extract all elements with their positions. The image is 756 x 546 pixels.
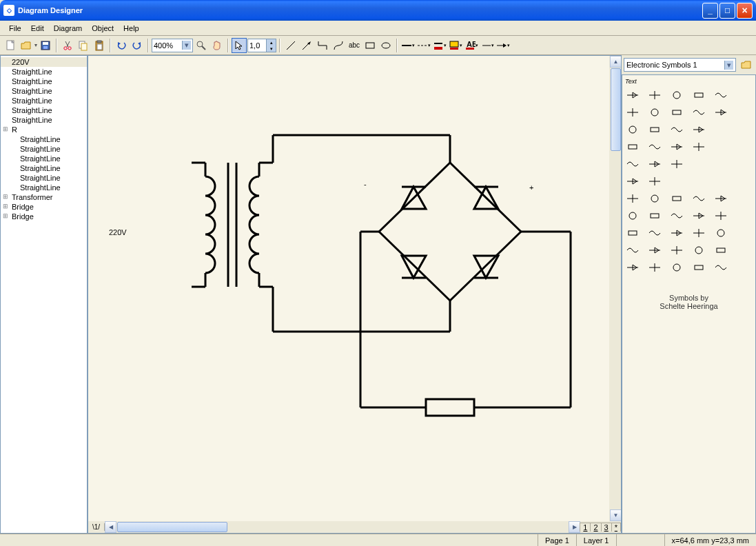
palette-symbol[interactable] (647, 123, 662, 136)
palette-symbol[interactable] (713, 192, 728, 205)
palette-symbol[interactable] (625, 89, 640, 101)
palette-symbol[interactable] (625, 227, 640, 239)
tree-item[interactable]: StraightLine (1, 96, 87, 105)
save-button[interactable] (38, 38, 53, 53)
palette-symbol[interactable] (691, 261, 706, 274)
close-button[interactable]: × (737, 3, 753, 19)
palette-symbol[interactable] (691, 141, 706, 153)
pointer-tool[interactable] (232, 38, 247, 53)
tree-item[interactable]: Bridge (1, 202, 87, 212)
tree-item[interactable]: StraightLine (1, 144, 87, 154)
palette-symbol[interactable] (647, 175, 662, 188)
line-dash-button[interactable]: ▾ (416, 38, 431, 53)
palette-symbol[interactable] (625, 192, 640, 205)
horizontal-scrollbar[interactable]: \1/ ◀ ▶ 1 2 3 * (88, 521, 621, 533)
copy-button[interactable] (76, 38, 91, 53)
connector-tool[interactable] (315, 38, 330, 53)
palette-symbol[interactable] (669, 210, 684, 222)
palette-symbol[interactable] (691, 106, 706, 119)
palette-symbol[interactable] (647, 261, 662, 274)
chevron-up-icon[interactable]: ▴ (267, 39, 276, 46)
canvas[interactable]: ▲ ▼ (88, 56, 621, 521)
scroll-down-button[interactable]: ▼ (610, 509, 621, 521)
palette-symbol[interactable] (647, 141, 662, 153)
page-tab-1[interactable]: 1 (580, 523, 591, 532)
maximize-button[interactable]: □ (719, 3, 735, 19)
palette-symbol[interactable] (647, 210, 662, 222)
cut-button[interactable] (60, 38, 75, 53)
arrow-end-button[interactable]: ▾ (496, 38, 511, 53)
tree-item[interactable]: Transformer (1, 192, 87, 202)
palette-symbol[interactable] (669, 244, 684, 256)
tree-item[interactable]: StraightLine (1, 115, 87, 125)
palette-symbol[interactable] (713, 106, 728, 119)
palette-symbol[interactable] (669, 141, 684, 153)
palette-symbol[interactable] (691, 192, 706, 205)
palette-symbol[interactable] (625, 210, 640, 222)
palette-symbol[interactable] (669, 227, 684, 239)
tree-item[interactable]: StraightLine (1, 77, 87, 86)
page-tab-new[interactable]: * (611, 523, 621, 532)
palette-symbol[interactable] (625, 244, 640, 256)
paste-button[interactable] (92, 38, 107, 53)
palette-symbol[interactable] (625, 123, 640, 136)
scroll-thumb-v[interactable] (611, 68, 621, 151)
page-tab-3[interactable]: 3 (601, 523, 612, 532)
tree-item[interactable]: StraightLine (1, 154, 87, 163)
ellipse-tool[interactable] (378, 38, 394, 53)
text-tool[interactable]: abc (347, 38, 362, 53)
arrow-tool[interactable] (299, 38, 314, 53)
palette-symbol[interactable] (713, 261, 728, 274)
palette-select[interactable]: Electronic Symbols 1 ▾ (624, 58, 736, 72)
palette-symbol[interactable] (669, 89, 684, 101)
scroll-thumb-h[interactable] (117, 522, 227, 532)
palette-symbol[interactable] (691, 210, 706, 222)
palette-symbol[interactable] (625, 261, 640, 274)
palette-symbol[interactable] (625, 158, 640, 170)
scroll-left-button[interactable]: ◀ (105, 521, 116, 533)
rect-tool[interactable] (362, 38, 378, 53)
menu-help[interactable]: Help (119, 23, 144, 34)
palette-symbol[interactable] (647, 227, 662, 239)
undo-button[interactable] (114, 38, 129, 53)
palette-symbol[interactable] (691, 227, 706, 239)
palette-open-button[interactable] (739, 57, 754, 72)
palette-symbol[interactable] (625, 141, 640, 153)
palette-symbol[interactable] (713, 244, 728, 256)
tree-item[interactable]: R (1, 125, 87, 134)
pan-button[interactable] (210, 38, 225, 53)
palette-symbol[interactable] (647, 244, 662, 256)
tree-item[interactable]: StraightLine (1, 173, 87, 183)
tree-item[interactable]: 220V (1, 57, 87, 67)
palette-symbol[interactable] (713, 210, 728, 222)
palette-symbol[interactable] (647, 158, 662, 170)
palette-symbol[interactable] (647, 192, 662, 205)
palette-symbol[interactable] (647, 106, 662, 119)
palette-symbol[interactable] (691, 244, 706, 256)
tree-item[interactable]: StraightLine (1, 86, 87, 96)
palette-symbol[interactable] (669, 123, 684, 136)
palette-body[interactable]: Text Symbols by Schelte Heeringa (622, 74, 756, 534)
text-color-button[interactable]: AB▾ (464, 38, 479, 53)
menu-diagram[interactable]: Diagram (49, 23, 88, 34)
palette-symbol[interactable] (625, 106, 640, 119)
menu-object[interactable]: Object (87, 23, 119, 34)
palette-symbol[interactable] (691, 89, 706, 101)
line-color-button[interactable]: ▾ (432, 38, 447, 53)
menu-edit[interactable]: Edit (26, 23, 49, 34)
palette-symbol[interactable] (669, 106, 684, 119)
open-button[interactable] (19, 38, 34, 53)
palette-symbol[interactable] (713, 89, 728, 101)
page-tab-2[interactable]: 2 (590, 523, 601, 532)
palette-symbol[interactable] (625, 175, 640, 188)
line-style-button[interactable]: ▾ (400, 38, 416, 53)
fill-color-button[interactable]: ▾ (448, 38, 463, 53)
curve-tool[interactable] (331, 38, 346, 53)
tree-item[interactable]: StraightLine (1, 67, 87, 77)
tree-item[interactable]: StraightLine (1, 183, 87, 192)
tree-item[interactable]: StraightLine (1, 105, 87, 115)
line-tool[interactable] (283, 38, 298, 53)
palette-symbol[interactable] (669, 192, 684, 205)
minimize-button[interactable]: _ (702, 3, 718, 19)
linewidth-input[interactable] (248, 41, 266, 50)
